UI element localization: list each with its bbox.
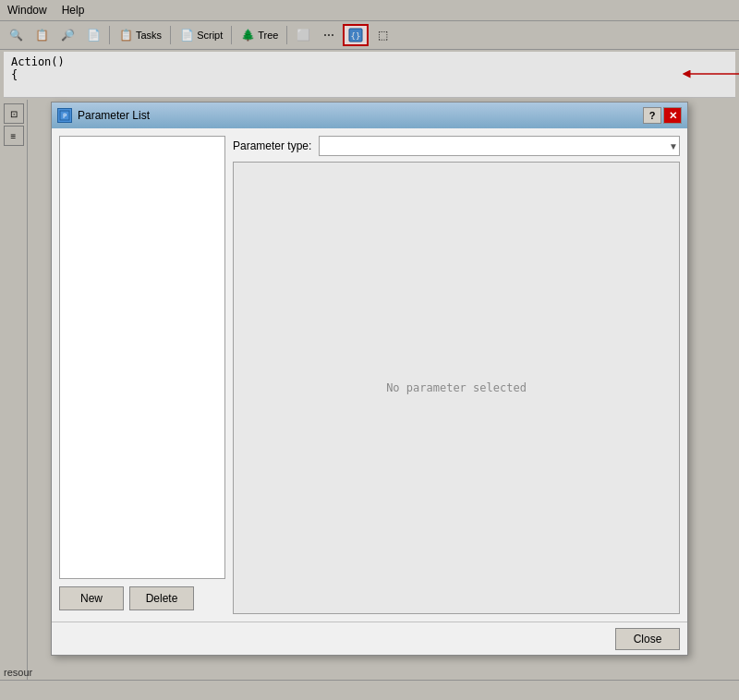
dialog-title-icon: P bbox=[57, 108, 72, 123]
left-section: New Delete bbox=[59, 136, 225, 614]
list-buttons: New Delete bbox=[59, 586, 225, 610]
param-type-row: Parameter type: ▼ bbox=[233, 136, 680, 156]
delete-button[interactable]: Delete bbox=[129, 586, 194, 610]
param-type-select-wrapper[interactable]: ▼ bbox=[319, 136, 680, 156]
dialog-help-button[interactable]: ? bbox=[643, 107, 661, 124]
dialog-close-x-button[interactable]: ✕ bbox=[663, 107, 682, 124]
dialog-close-button[interactable]: Close bbox=[615, 628, 680, 650]
svg-text:P: P bbox=[63, 113, 67, 120]
dialog-footer: Close bbox=[52, 622, 687, 655]
parameter-list-dialog: P Parameter List ? ✕ New Delete bbox=[51, 102, 688, 656]
dialog-body: New Delete Parameter type: ▼ bbox=[52, 128, 687, 622]
detail-panel: Parameter type: ▼ No parameter selected bbox=[233, 136, 680, 614]
param-list-panel[interactable] bbox=[59, 136, 225, 579]
dialog-title-buttons: ? ✕ bbox=[643, 107, 682, 124]
detail-content: No parameter selected bbox=[233, 162, 680, 614]
param-type-select[interactable] bbox=[319, 136, 680, 156]
param-type-label: Parameter type: bbox=[233, 139, 311, 152]
app-background: Window Help 🔍 📋 🔎 📄 📋 Tasks 📄 Script bbox=[0, 0, 739, 700]
dialog-titlebar: P Parameter List ? ✕ bbox=[52, 103, 687, 128]
no-param-text: No parameter selected bbox=[386, 381, 527, 394]
dialog-title-text: Parameter List bbox=[78, 109, 637, 122]
dialog-main: New Delete Parameter type: ▼ bbox=[59, 136, 680, 614]
new-button[interactable]: New bbox=[59, 586, 124, 610]
